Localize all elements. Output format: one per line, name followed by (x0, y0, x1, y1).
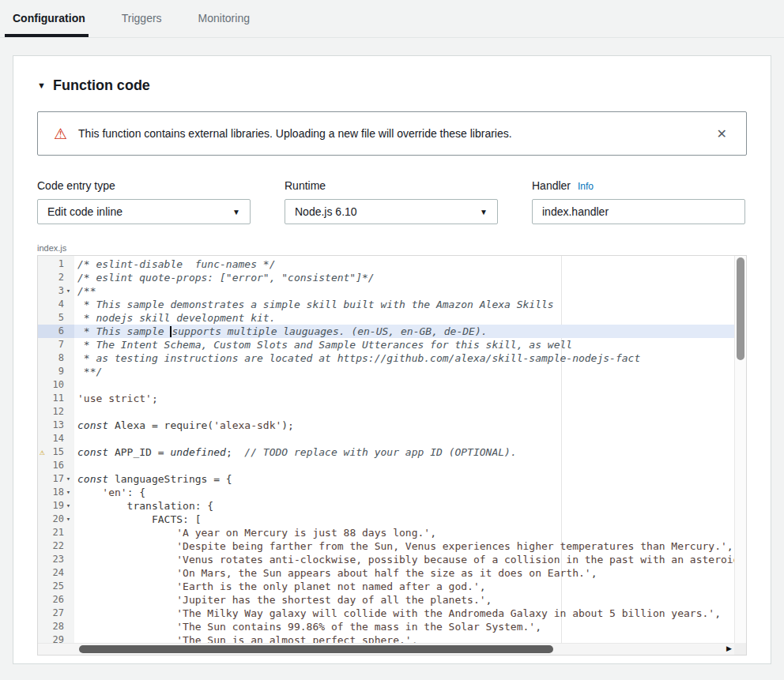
code-entry-type-label: Code entry type (37, 179, 251, 192)
function-code-panel: ▼ Function code ⚠ This function contains… (13, 55, 771, 664)
line-number: 9 (58, 365, 64, 378)
code-token: 'Earth is the only planet not named afte… (176, 580, 480, 592)
code-token: ; (152, 393, 158, 404)
horizontal-scrollbar[interactable]: ▶ (38, 643, 734, 655)
gutter-line[interactable]: 10 (38, 378, 74, 392)
gutter-line[interactable]: 21 (38, 526, 74, 539)
panel-header[interactable]: ▼ Function code (37, 77, 747, 94)
handler-info-link[interactable]: Info (578, 181, 594, 192)
code-line[interactable]: FACTS: [ (74, 513, 746, 526)
scroll-right-icon[interactable]: ▶ (726, 644, 732, 652)
tab-triggers[interactable]: Triggers (111, 0, 173, 37)
code-line[interactable]: 'Earth is the only planet not named afte… (74, 580, 746, 593)
code-line[interactable]: * This sample supports multiple lauguage… (74, 325, 746, 338)
vertical-scrollbar[interactable] (734, 256, 746, 643)
gutter-line[interactable]: 24 (38, 566, 74, 580)
code-token: languageStrings = { (108, 473, 232, 485)
line-number: 24 (53, 566, 64, 580)
code-line[interactable]: 'use strict'; (74, 392, 746, 405)
gutter-line[interactable]: 22 (38, 539, 74, 553)
line-number: 25 (53, 580, 64, 593)
collapse-icon[interactable]: ▼ (37, 81, 46, 90)
code-line[interactable]: * as testing instructions are located at… (74, 351, 746, 365)
gutter-line[interactable]: 17▾ (38, 472, 74, 486)
code-token: * This sample demonstrates a simple skil… (77, 299, 554, 310)
gutter-line[interactable]: 27 (38, 607, 74, 620)
code-line[interactable]: const Alexa = require('alexa-sdk'); (74, 419, 746, 432)
gutter-line[interactable]: 13 (38, 419, 74, 432)
gutter-line[interactable]: 4 (38, 298, 74, 311)
code-token: /* eslint-disable func-names */ (77, 258, 275, 270)
fold-icon[interactable]: ▾ (64, 513, 73, 526)
code-token: FACTS: [ (77, 513, 202, 525)
code-line[interactable]: 'The Milky Way galaxy will collide with … (74, 607, 746, 620)
gutter-line[interactable]: 26 (38, 593, 74, 607)
tab-configuration[interactable]: Configuration (2, 0, 96, 37)
code-editor[interactable]: 123▾4567891011121314⚠151617▾18▾19▾20▾212… (37, 255, 747, 656)
code-token (77, 527, 176, 539)
code-line[interactable]: 'Venus rotates anti-clockwise, possibly … (74, 553, 746, 566)
code-token: 'Jupiter has the shortest day of all the… (176, 594, 485, 606)
gutter-line[interactable]: 2 (38, 271, 74, 284)
gutter-line[interactable]: 3▾ (38, 284, 74, 298)
gutter-line[interactable]: 6 (38, 325, 74, 338)
code-line[interactable]: const languageStrings = { (74, 472, 746, 486)
gutter-line[interactable]: 12 (38, 405, 74, 419)
runtime-select[interactable]: Node.js 6.10 ▼ (285, 199, 498, 224)
code-line[interactable]: 'On Mars, the Sun appears about half the… (74, 566, 746, 580)
gutter-line[interactable]: 1 (38, 257, 74, 271)
line-number: 15 (53, 445, 64, 459)
gutter-line[interactable]: 14 (38, 432, 74, 445)
code-line[interactable]: * This sample demonstrates a simple skil… (74, 298, 746, 311)
fold-icon[interactable]: ▾ (64, 499, 73, 513)
code-line[interactable] (74, 378, 746, 392)
code-token: 'The Sun contains 99.86% of the mass in … (176, 621, 535, 633)
chevron-down-icon: ▼ (232, 208, 240, 216)
code-line[interactable]: /* eslint-disable func-names */ (74, 257, 746, 271)
horizontal-scrollbar-thumb[interactable] (79, 645, 553, 653)
code-line[interactable] (74, 459, 746, 472)
tab-monitoring-label: Monitoring (198, 12, 250, 24)
code-line[interactable]: /** (74, 284, 746, 298)
code-line[interactable]: 'A year on Mercury is just 88 days long.… (74, 526, 746, 539)
code-editor-section: index.js 123▾4567891011121314⚠151617▾18▾… (37, 243, 747, 656)
handler-input[interactable] (532, 199, 745, 224)
code-line[interactable]: 'en': { (74, 486, 746, 499)
gutter-line[interactable]: 19▾ (38, 499, 74, 513)
code-line[interactable] (74, 432, 746, 445)
gutter-line[interactable]: 5 (38, 311, 74, 325)
code-entry-type-select[interactable]: Edit code inline ▼ (37, 199, 251, 224)
gutter-line[interactable]: 25 (38, 580, 74, 593)
gutter-line[interactable]: 28 (38, 620, 74, 633)
code-line[interactable]: 'Despite being farther from the Sun, Ven… (74, 539, 746, 553)
code-token: , (430, 527, 436, 539)
gutter-line[interactable]: 8 (38, 351, 74, 365)
tab-monitoring[interactable]: Monitoring (187, 0, 261, 37)
file-tab-indexjs[interactable]: index.js (37, 243, 747, 253)
code-line[interactable]: 'Jupiter has the shortest day of all the… (74, 593, 746, 607)
gutter-line[interactable]: 11 (38, 392, 74, 405)
code-line[interactable]: const APP_ID = undefined; // TODO replac… (74, 445, 746, 459)
gutter-line[interactable]: 23 (38, 553, 74, 566)
fold-icon[interactable]: ▾ (64, 472, 73, 486)
code-line[interactable]: translation: { (74, 499, 746, 513)
fold-icon[interactable]: ▾ (64, 486, 73, 499)
code-line[interactable] (74, 405, 746, 419)
gutter-line[interactable]: 16 (38, 459, 74, 472)
editor-code[interactable]: /* eslint-disable func-names *//* eslint… (74, 256, 746, 644)
gutter-line[interactable]: 7 (38, 338, 74, 351)
line-number: 27 (53, 607, 64, 620)
gutter-line[interactable]: ⚠15 (38, 445, 74, 459)
code-line[interactable]: **/ (74, 365, 746, 378)
vertical-scrollbar-thumb[interactable] (737, 257, 744, 360)
code-token: // TODO replace with your app ID (OPTION… (244, 446, 516, 458)
close-icon[interactable]: ✕ (714, 125, 730, 143)
gutter-line[interactable]: 18▾ (38, 486, 74, 499)
code-line[interactable]: * The Intent Schema, Custom Slots and Sa… (74, 338, 746, 351)
gutter-line[interactable]: 20▾ (38, 513, 74, 526)
gutter-line[interactable]: 9 (38, 365, 74, 378)
fold-icon[interactable]: ▾ (64, 284, 73, 298)
code-line[interactable]: 'The Sun contains 99.86% of the mass in … (74, 620, 746, 633)
code-line[interactable]: * nodejs skill development kit. (74, 311, 746, 325)
code-line[interactable]: /* eslint quote-props: ["error", "consis… (74, 271, 746, 284)
